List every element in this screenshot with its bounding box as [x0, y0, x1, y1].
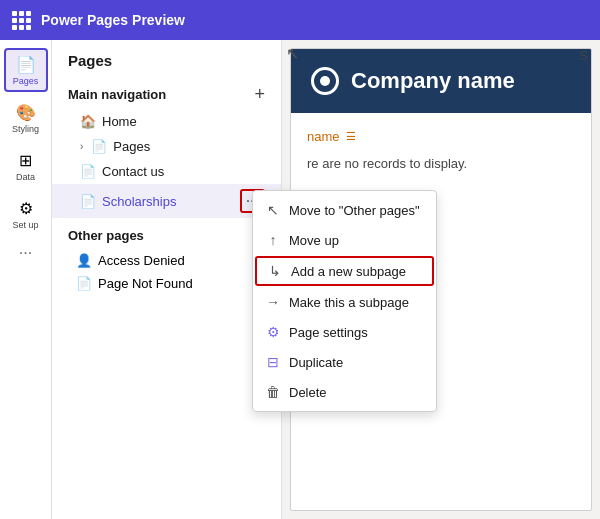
company-logo	[311, 67, 339, 95]
scholarships-label: Scholarships	[102, 194, 234, 209]
app-title: Power Pages Preview	[41, 12, 185, 28]
nav-styling-label: Styling	[12, 124, 39, 134]
home-label: Home	[102, 114, 265, 129]
field-row: name ☰	[307, 129, 575, 144]
nav-home[interactable]: 🏠 Home	[52, 109, 281, 134]
preview-body: name ☰ re are no records to display.	[291, 113, 591, 187]
duplicate-icon: ⊟	[265, 354, 281, 370]
sidebar-title: Pages	[52, 52, 281, 79]
other-pages-title: Other pages	[52, 218, 281, 249]
ctx-move-up-label: Move up	[289, 233, 339, 248]
field-label: name	[307, 129, 340, 144]
ctx-page-settings[interactable]: ⚙ Page settings	[253, 317, 436, 347]
ctx-duplicate[interactable]: ⊟ Duplicate	[253, 347, 436, 377]
company-name: Company name	[351, 68, 515, 94]
nav-item-styling[interactable]: 🎨 Styling	[4, 96, 48, 140]
contact-label: Contact us	[102, 164, 265, 179]
resize-arrow-icon: ↖	[290, 48, 299, 63]
preview-header: Company name	[291, 49, 591, 113]
page-settings-icon: ⚙	[265, 324, 281, 340]
move-other-icon: ↖	[265, 202, 281, 218]
ctx-make-subpage[interactable]: → Make this a subpage	[253, 287, 436, 317]
nav-pages[interactable]: › 📄 Pages	[52, 134, 281, 159]
field-filter-icon: ☰	[346, 130, 356, 143]
grid-icon[interactable]	[12, 11, 31, 30]
ctx-move-other-label: Move to "Other pages"	[289, 203, 420, 218]
nav-pages-label: Pages	[13, 76, 39, 86]
ctx-move-other[interactable]: ↖ Move to "Other pages"	[253, 195, 436, 225]
left-nav: 📄 Pages 🎨 Styling ⊞ Data ⚙ Set up ···	[0, 40, 52, 519]
chevron-icon: ›	[80, 141, 83, 152]
scholarships-icon: 📄	[80, 194, 96, 209]
nav-contact[interactable]: 📄 Contact us	[52, 159, 281, 184]
nav-item-setup[interactable]: ⚙ Set up	[4, 192, 48, 236]
top-label: S	[579, 48, 588, 63]
ctx-move-up[interactable]: ↑ Move up	[253, 225, 436, 255]
nav-not-found[interactable]: 📄 Page Not Found	[52, 272, 281, 295]
ctx-duplicate-label: Duplicate	[289, 355, 343, 370]
context-menu: ↖ Move to "Other pages" ↑ Move up ↳ Add …	[252, 190, 437, 412]
nav-item-data[interactable]: ⊞ Data	[4, 144, 48, 188]
delete-icon: 🗑	[265, 384, 281, 400]
pages-label: Pages	[113, 139, 265, 154]
page-icon: 📄	[91, 139, 107, 154]
ctx-add-subpage-label: Add a new subpage	[291, 264, 406, 279]
ctx-make-subpage-label: Make this a subpage	[289, 295, 409, 310]
nav-access-denied[interactable]: 👤 Access Denied	[52, 249, 281, 272]
main-layout: 📄 Pages 🎨 Styling ⊞ Data ⚙ Set up ··· Pa…	[0, 40, 600, 519]
ctx-add-subpage[interactable]: ↳ Add a new subpage	[255, 256, 434, 286]
nav-scholarships[interactable]: 📄 Scholarships ···	[52, 184, 281, 218]
setup-icon: ⚙	[19, 199, 33, 218]
ctx-page-settings-label: Page settings	[289, 325, 368, 340]
pages-icon: 📄	[16, 55, 36, 74]
nav-item-pages[interactable]: 📄 Pages	[4, 48, 48, 92]
not-found-label: Page Not Found	[98, 276, 193, 291]
main-nav-label: Main navigation	[68, 87, 166, 102]
main-nav-section: Main navigation +	[52, 79, 281, 109]
move-up-icon: ↑	[265, 232, 281, 248]
access-denied-label: Access Denied	[98, 253, 185, 268]
ctx-delete[interactable]: 🗑 Delete	[253, 377, 436, 407]
sidebar: Pages Main navigation + 🏠 Home › 📄 Pages…	[52, 40, 282, 519]
no-records-text: re are no records to display.	[307, 156, 575, 171]
contact-icon: 📄	[80, 164, 96, 179]
access-denied-icon: 👤	[76, 253, 92, 268]
styling-icon: 🎨	[16, 103, 36, 122]
home-icon: 🏠	[80, 114, 96, 129]
nav-data-label: Data	[16, 172, 35, 182]
data-icon: ⊞	[19, 151, 32, 170]
add-subpage-icon: ↳	[267, 263, 283, 279]
nav-setup-label: Set up	[12, 220, 38, 230]
make-subpage-icon: →	[265, 294, 281, 310]
add-page-button[interactable]: +	[254, 85, 265, 103]
not-found-icon: 📄	[76, 276, 92, 291]
nav-more-button[interactable]: ···	[19, 244, 32, 262]
ctx-delete-label: Delete	[289, 385, 327, 400]
topbar: Power Pages Preview	[0, 0, 600, 40]
